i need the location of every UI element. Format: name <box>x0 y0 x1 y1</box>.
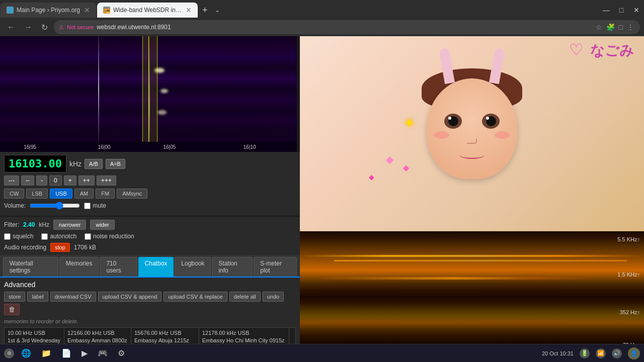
ab-button[interactable]: A/B <box>85 159 103 169</box>
reset-button[interactable]: A=B <box>106 159 125 169</box>
menu-button[interactable]: ⋮ <box>626 22 635 32</box>
step-tripminus[interactable]: --- <box>4 175 19 186</box>
delete-all-button[interactable]: delete all <box>229 292 261 302</box>
tab-close-1[interactable]: ✕ <box>84 6 90 14</box>
window-controls: — □ ✕ <box>599 3 644 18</box>
tab-smeter-plot[interactable]: S-meter plot <box>254 257 297 277</box>
stop-button[interactable]: stop <box>50 243 70 252</box>
mode-fm[interactable]: FM <box>96 189 115 199</box>
mode-cw[interactable]: CW <box>4 189 24 199</box>
autonotch-checkbox[interactable] <box>41 233 48 240</box>
taskbar-docs[interactable]: 📄 <box>58 347 74 359</box>
taskbar-chrome[interactable]: 🌐 <box>18 347 34 359</box>
signal-blip-2 <box>160 89 168 93</box>
store-button[interactable]: store <box>4 292 25 302</box>
taskbar-system-icon[interactable]: ⚙ <box>4 348 14 358</box>
noise-reduction-checkbox[interactable] <box>85 233 91 240</box>
minimize-button[interactable]: — <box>599 3 614 18</box>
tab-bar: 🌐 Main Page › Priyom.org ✕ 📻 Wide-band W… <box>0 0 644 18</box>
frequency-display[interactable]: 16103.00 <box>4 155 66 172</box>
main-content: 16|95 16|00 16|05 16|10 CHN CNR1 Jammer … <box>0 36 644 362</box>
taskbar-datetime: 20 Oct 10:31 <box>542 350 574 356</box>
tab-logbook[interactable]: Logbook <box>175 257 211 277</box>
undo-button[interactable]: undo <box>263 292 284 302</box>
spec-scale-3: 352 Hz↑ <box>620 309 640 315</box>
narrower-button[interactable]: narrower <box>53 220 86 230</box>
filter-value: 2.40 <box>23 221 35 228</box>
address-bar: ← → ↻ ⚠ Not secure websdr.ewi.utwente.nl… <box>0 18 644 36</box>
step-doubleplus[interactable]: ++ <box>78 175 95 186</box>
mode-am[interactable]: AM <box>74 189 94 199</box>
audio-label: Audio recording <box>4 244 46 251</box>
close-button[interactable]: ✕ <box>629 3 644 18</box>
mode-lsb[interactable]: LSB <box>26 189 48 199</box>
tab-station-info[interactable]: Station info <box>212 257 253 277</box>
mode-amsync[interactable]: AMsync <box>117 189 147 199</box>
step-zero[interactable]: 0 <box>49 175 62 186</box>
trash-button[interactable]: 🗑 <box>4 304 20 315</box>
tab-overflow[interactable]: ⌄ <box>212 7 223 14</box>
step-minus[interactable]: - <box>36 175 47 186</box>
taskbar-settings[interactable]: ⚙ <box>115 347 128 359</box>
tab-close-2[interactable]: ✕ <box>186 6 192 14</box>
tab-memories[interactable]: Memories <box>59 257 99 277</box>
battery-icon: 🔋 <box>580 348 590 358</box>
tab-users[interactable]: 710 users <box>100 257 137 277</box>
tab-2[interactable]: 📻 Wide-band WebSDR in Ens... ✕ <box>97 3 198 18</box>
squelch-label[interactable]: squelch <box>4 233 33 240</box>
freq-label-3: 16|05 <box>164 144 176 150</box>
volume-slider[interactable] <box>30 202 80 210</box>
star-decoration: ✦ <box>403 114 416 132</box>
step-plus[interactable]: + <box>64 175 76 186</box>
url-display: websdr.ewi.utwente.nl:8901 <box>97 24 171 31</box>
step-row: --- -- - 0 + ++ +++ <box>4 175 296 186</box>
mode-usb[interactable]: USB <box>50 189 72 199</box>
tab-title-1: Main Page › Priyom.org <box>17 7 80 14</box>
wider-button[interactable]: wider <box>90 220 114 230</box>
reading-view-button[interactable]: □ <box>618 22 624 32</box>
tab-title-2: Wide-band WebSDR in Ens... <box>113 7 182 14</box>
panel-tab-strip: Waterfall settings Memories 710 users Ch… <box>0 255 300 278</box>
squelch-checkbox[interactable] <box>4 233 11 240</box>
taskbar-youtube[interactable]: ▶ <box>78 347 91 359</box>
url-bar[interactable]: ⚠ Not secure websdr.ewi.utwente.nl:8901 … <box>54 20 640 34</box>
advanced-title: Advanced <box>4 281 296 289</box>
anime-image-area: なごみ ♡ <box>300 36 644 231</box>
filter-label: Filter: <box>4 221 19 228</box>
upload-csv-replace-button[interactable]: upload CSV & replace <box>164 292 227 302</box>
user-avatar[interactable]: 👤 <box>628 347 640 359</box>
noise-reduction-label[interactable]: noise reduction <box>85 233 134 240</box>
signal-blip-3 <box>157 110 167 115</box>
back-button[interactable]: ← <box>4 22 18 33</box>
step-tripleplus[interactable]: +++ <box>97 175 116 186</box>
autonotch-label[interactable]: autonotch <box>41 233 76 240</box>
upload-csv-append-button[interactable]: upload CSV & append <box>98 292 162 302</box>
mute-label[interactable]: mute <box>84 202 106 209</box>
heart-decoration: ♡ <box>569 40 584 59</box>
taskbar-right: 20 Oct 10:31 🔋 📶 🔊 👤 <box>542 347 640 359</box>
extension-button[interactable]: 🧩 <box>605 22 616 32</box>
new-tab-button[interactable]: + <box>198 5 212 16</box>
taskbar-files[interactable]: 📁 <box>38 347 54 359</box>
signal-line-1 <box>98 36 99 142</box>
freq-label-1: 16|95 <box>24 144 36 150</box>
jp-text-1: なごみ <box>590 41 634 60</box>
maximize-button[interactable]: □ <box>614 3 629 18</box>
mute-checkbox[interactable] <box>84 203 91 209</box>
label-button[interactable]: label <box>27 292 48 302</box>
forward-button[interactable]: → <box>21 22 35 33</box>
insecure-icon: ⚠ <box>59 24 64 31</box>
waterfall-display[interactable]: 16|95 16|00 16|05 16|10 CHN CNR1 Jammer … <box>0 36 297 152</box>
download-csv-button[interactable]: download CSV <box>50 292 96 302</box>
tab-chatbox[interactable]: Chatbox <box>138 257 174 277</box>
hint-text: memories to reorder or delete. <box>4 318 296 324</box>
bookmark-button[interactable]: ☆ <box>595 22 603 32</box>
tab-waterfall-settings[interactable]: Waterfall settings <box>3 257 58 277</box>
taskbar-play[interactable]: 🎮 <box>95 347 111 359</box>
tab-1[interactable]: 🌐 Main Page › Priyom.org ✕ <box>1 3 96 18</box>
step-doubleminus[interactable]: -- <box>21 175 34 186</box>
audio-size: 1706 kB <box>74 244 96 251</box>
volume-icon: 🔊 <box>612 348 622 358</box>
reload-button[interactable]: ↻ <box>38 22 51 33</box>
checkbox-row: squelch autonotch noise reduction <box>4 233 296 240</box>
